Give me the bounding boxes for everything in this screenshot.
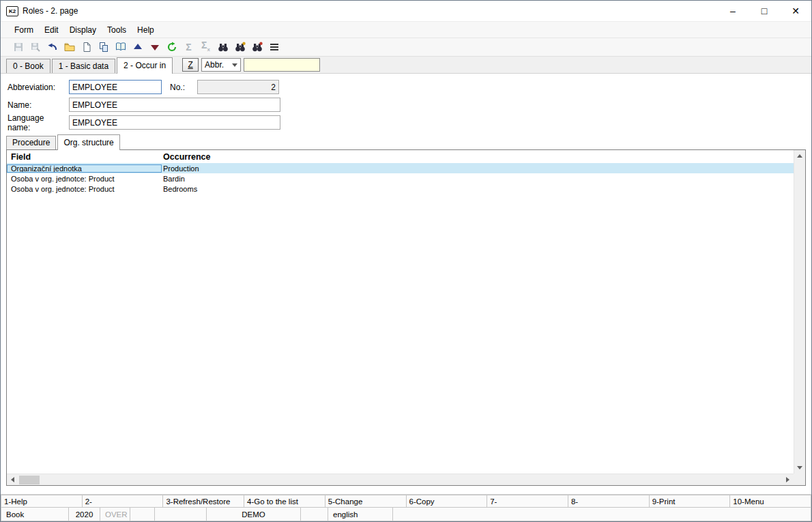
grid-header: Field Occurrence — [7, 150, 794, 163]
fnkey-7[interactable]: 7- — [487, 495, 568, 508]
fnkey-4-go-to-list[interactable]: 4-Go to the list — [244, 495, 325, 508]
filter-field-select[interactable]: Abbr. — [201, 58, 241, 72]
menu-bar: Form Edit Display Tools Help — [1, 21, 811, 38]
quick-filter: Z Abbr. — [182, 58, 320, 72]
find-selection-icon[interactable] — [250, 41, 263, 54]
function-key-bar: 1-Help 2- 3-Refresh/Restore 4-Go to the … — [1, 494, 811, 508]
status-empty-cell — [301, 508, 328, 521]
menu-edit[interactable]: Edit — [39, 23, 64, 37]
column-header-field[interactable]: Field — [7, 152, 162, 162]
scrollbar-corner — [794, 474, 805, 485]
status-empty-cell — [393, 508, 811, 521]
horizontal-scroll-thumb[interactable] — [19, 476, 40, 484]
find-icon[interactable] — [216, 41, 229, 54]
occurrence-grid-panel: Field Occurrence Organizační jednotka Pr… — [6, 149, 806, 486]
up-arrow-icon[interactable] — [131, 41, 144, 54]
open-icon[interactable] — [63, 41, 76, 54]
down-arrow-icon[interactable] — [148, 41, 161, 54]
language-name-field[interactable] — [69, 115, 280, 130]
tab-book[interactable]: 0 - Book — [6, 59, 50, 73]
fnkey-5-change[interactable]: 5-Change — [325, 495, 407, 508]
fnkey-3-refresh-restore[interactable]: 3-Refresh/Restore — [163, 495, 244, 508]
fnkey-6-copy[interactable]: 6-Copy — [407, 495, 488, 508]
status-company: DEMO — [207, 508, 301, 521]
scroll-left-icon[interactable] — [7, 474, 18, 486]
tab-occur-in[interactable]: 2 - Occur in — [117, 57, 173, 74]
window-controls: – □ ✕ — [717, 1, 811, 21]
find-next-icon[interactable] — [233, 41, 246, 54]
menu-form[interactable]: Form — [9, 23, 39, 37]
status-year: 2020 — [69, 508, 100, 521]
status-overwrite-mode: OVER — [100, 508, 130, 521]
vertical-scrollbar[interactable] — [794, 150, 805, 474]
fnkey-1-help[interactable]: 1-Help — [1, 495, 83, 508]
table-row[interactable]: Osoba v org. jednotce: Product Bedrooms — [7, 184, 794, 194]
no-label: No.: — [163, 83, 197, 92]
chevron-down-icon — [232, 63, 237, 67]
close-button[interactable]: ✕ — [780, 1, 811, 21]
cell-occurrence: Production — [162, 164, 794, 173]
abbreviation-label: Abbreviation: — [1, 83, 69, 92]
tab-procedure[interactable]: Procedure — [6, 136, 56, 149]
filter-field-label: Abbr. — [205, 60, 224, 70]
undo-icon[interactable] — [46, 41, 59, 54]
no-field — [197, 80, 279, 94]
copy-icon[interactable] — [97, 41, 110, 54]
menu-tools[interactable]: Tools — [102, 23, 132, 37]
quick-search-input[interactable] — [244, 58, 320, 72]
title-bar: K2 Roles - 2. page – □ ✕ — [1, 1, 811, 21]
abbreviation-field[interactable] — [69, 80, 162, 94]
name-field[interactable] — [69, 98, 280, 112]
app-icon: K2 — [6, 6, 18, 16]
status-empty-cell — [155, 508, 207, 521]
table-row[interactable]: Osoba v org. jednotce: Product Bardin — [7, 173, 794, 184]
menu-display[interactable]: Display — [64, 23, 102, 37]
menu-help[interactable]: Help — [132, 23, 160, 37]
refresh-green-icon[interactable] — [165, 41, 178, 54]
detail-tab-strip: Procedure Org. structure — [1, 134, 811, 149]
record-form: Abbreviation: No.: Name: Language name: — [1, 74, 811, 134]
tab-basic-data[interactable]: 1 - Basic data — [52, 59, 115, 73]
save-icon[interactable] — [12, 41, 25, 54]
window-title: Roles - 2. page — [23, 6, 78, 16]
scroll-right-icon[interactable] — [782, 474, 794, 486]
fnkey-10-menu[interactable]: 10-Menu — [730, 495, 811, 508]
cell-field: Osoba v org. jednotce: Product — [7, 185, 162, 193]
save-record-icon[interactable] — [29, 41, 42, 54]
tab-org-structure[interactable]: Org. structure — [57, 134, 119, 150]
sum-icon[interactable]: Σ — [182, 41, 195, 54]
minimize-button[interactable]: – — [717, 1, 749, 21]
list-icon[interactable] — [267, 41, 280, 54]
toolbar: Σ Σx — [1, 38, 811, 57]
scroll-down-icon[interactable] — [794, 462, 806, 474]
name-label: Name: — [1, 100, 69, 110]
status-empty-cell — [130, 508, 155, 521]
status-bar: Book 2020 OVER DEMO english — [1, 508, 811, 521]
fnkey-9-print[interactable]: 9-Print — [650, 495, 731, 508]
language-name-label: Language name: — [1, 113, 69, 132]
book-icon[interactable] — [114, 41, 127, 54]
page-tab-strip: 0 - Book 1 - Basic data 2 - Occur in Z A… — [1, 57, 811, 74]
app-window: K2 Roles - 2. page – □ ✕ Form Edit Displ… — [0, 0, 812, 522]
horizontal-scrollbar[interactable] — [7, 474, 794, 485]
cell-field: Osoba v org. jednotce: Product — [7, 175, 162, 183]
status-language: english — [328, 508, 393, 521]
cell-occurrence: Bardin — [162, 175, 794, 183]
fnkey-2[interactable]: 2- — [83, 495, 164, 508]
maximize-button[interactable]: □ — [749, 1, 780, 21]
cell-field: Organizační jednotka — [7, 164, 162, 173]
occurrence-grid: Field Occurrence Organizační jednotka Pr… — [7, 150, 794, 474]
status-book: Book — [1, 508, 69, 521]
column-header-occurrence[interactable]: Occurrence — [162, 152, 794, 162]
fnkey-8[interactable]: 8- — [568, 495, 650, 508]
cell-occurrence: Bedrooms — [162, 185, 794, 193]
table-row[interactable]: Organizační jednotka Production — [7, 163, 794, 173]
new-icon[interactable] — [80, 41, 93, 54]
z-button[interactable]: Z — [182, 58, 199, 72]
scroll-up-icon[interactable] — [794, 150, 806, 162]
sum-filter-icon[interactable]: Σx — [199, 41, 212, 54]
